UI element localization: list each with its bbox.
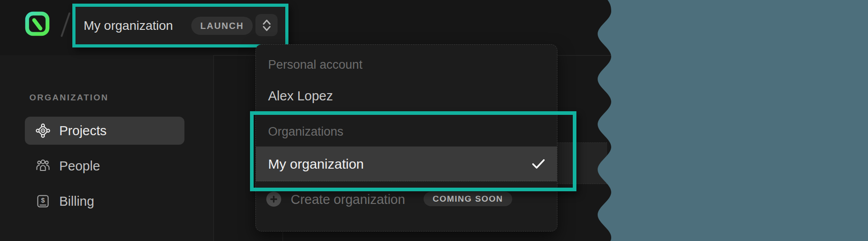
background-wave [588,0,868,241]
menu-item-personal-account[interactable]: Alex Lopez [268,88,333,104]
app-screen: { "colors": { "annotation": "#12b3a0", "… [0,0,868,241]
annotation-box-org-switcher [72,4,288,47]
neon-logo[interactable] [25,11,50,36]
annotation-box-selected-org [250,111,576,191]
breadcrumb-separator [61,12,71,37]
sidebar-section-label: ORGANIZATION [29,93,108,103]
billing-icon: $ [35,194,51,209]
create-org-label: Create organization [291,189,405,210]
svg-text:$: $ [41,196,45,204]
sidebar-item-label: Projects [59,123,107,138]
people-icon [35,158,51,174]
plus-icon [266,192,281,207]
sidebar-item-projects[interactable]: Projects [25,117,184,145]
projects-icon [35,123,51,138]
sidebar-item-label: Billing [59,194,94,209]
underlying-card-border [283,232,283,241]
personal-account-section-label: Personal account [268,58,363,71]
sidebar-divider [213,56,214,241]
sidebar-item-label: People [59,159,100,174]
menu-item-create-organization[interactable]: Create organization COMING SOON [256,189,557,210]
sidebar-item-people[interactable]: People [25,152,184,180]
coming-soon-badge: COMING SOON [424,192,512,206]
sidebar: ORGANIZATION Projects People [0,55,213,241]
sidebar-item-billing[interactable]: $ Billing [25,187,184,215]
